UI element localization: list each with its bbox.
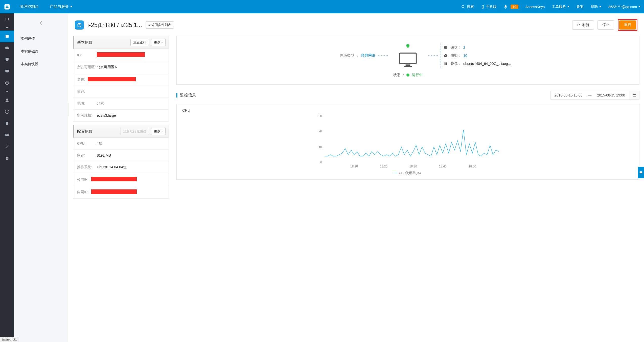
range-to: 2015-08-15 19:00 — [593, 91, 629, 100]
rail-monitor[interactable] — [0, 65, 14, 77]
svg-text:0: 0 — [320, 161, 322, 164]
basic-row-name: 名称 — [73, 73, 169, 86]
restart-button[interactable]: 重启 — [619, 20, 636, 30]
config-row-mem: 内存8192 MB — [73, 150, 169, 161]
page-head: i-25j1hf2kf / iZ25j1... 返回实例列表 刷新 停止 重启 — [73, 13, 639, 36]
svg-rect-2 — [6, 7, 9, 8]
top-bar: 管理控制台 产品与服务 搜索 手机版 19 AccessKeys 工单服务 备案… — [0, 0, 644, 13]
svg-rect-12 — [5, 70, 9, 72]
rail-caret-1[interactable] — [0, 25, 14, 31]
basic-row-zone: 所在可用区北京可用区A — [73, 61, 169, 73]
products-dropdown[interactable]: 产品与服务 — [44, 0, 78, 13]
net-type-value[interactable]: 经典网络 — [361, 53, 375, 58]
svg-line-4 — [464, 7, 465, 8]
svg-rect-35 — [446, 62, 447, 65]
user-dropdown[interactable]: 8633****@qq.com — [605, 0, 644, 13]
redacted-name — [88, 77, 136, 81]
up-arrow-icon — [148, 25, 150, 26]
disk-count-link[interactable]: 2 — [463, 45, 465, 50]
overview-card: 网络类型: 经典网络 — [176, 36, 639, 85]
status-dot-icon — [406, 74, 409, 77]
config-info-panel: 配置信息 重新初始化磁盘 更多 CPU4核 内存8192 MB 操作系统Ubun… — [73, 125, 169, 199]
sidenav-instance-disks[interactable]: 本实例磁盘 — [14, 45, 68, 58]
rail-ecs[interactable] — [0, 31, 14, 42]
feedback-tab[interactable] — [638, 167, 644, 178]
svg-rect-39 — [635, 93, 635, 94]
refresh-icon — [577, 23, 581, 27]
image-value: ubuntu1404_64_20G_aliaeg... — [463, 62, 511, 66]
svg-rect-9 — [7, 18, 7, 20]
refresh-button[interactable]: 刷新 — [572, 20, 594, 30]
svg-rect-38 — [633, 93, 634, 94]
rail-cloud[interactable] — [0, 42, 14, 54]
rail-billing[interactable]: ¥ — [0, 106, 14, 117]
accesskeys-link[interactable]: AccessKeys — [522, 0, 548, 13]
brand-logo[interactable] — [0, 0, 14, 13]
notifications-button[interactable]: 19 — [500, 0, 522, 13]
rail-shield[interactable] — [0, 54, 14, 65]
search-button[interactable]: 搜索 — [458, 0, 477, 13]
console-link[interactable]: 管理控制台 — [14, 0, 44, 13]
basic-info-title: 基本信息 — [77, 40, 92, 45]
main-area: DNS ¥ 备 实例详情 本实例磁盘 本实例快照 i-25j1hf2kf / i… — [0, 13, 644, 342]
rail-backup[interactable]: 备 — [0, 152, 14, 164]
overview-disk-row: 磁盘 2 — [444, 45, 512, 50]
svg-rect-27 — [406, 64, 410, 66]
page-title: i-25j1hf2kf / iZ25j1... — [87, 21, 142, 29]
svg-text:30: 30 — [319, 114, 322, 118]
basic-more-dropdown[interactable]: 更多 — [151, 39, 166, 46]
rail-user[interactable] — [0, 94, 14, 106]
cpu-chart-card: CPU 010203018:1018:2018:3018:4018:50CPU使… — [176, 104, 639, 180]
svg-text:18:10: 18:10 — [350, 165, 358, 168]
calendar-icon[interactable] — [629, 91, 639, 100]
net-type-label: 网络类型 — [340, 53, 354, 58]
svg-text:18:20: 18:20 — [380, 165, 387, 168]
svg-text:18:30: 18:30 — [409, 165, 417, 168]
sidenav-instance-detail[interactable]: 实例详情 — [14, 33, 68, 45]
basic-row-id: ID — [73, 49, 169, 61]
rail-caret-2[interactable] — [0, 89, 14, 94]
reset-password-button[interactable]: 重置密码 — [130, 39, 149, 46]
snapshot-count-link[interactable]: 10 — [463, 54, 467, 58]
svg-text:备: 备 — [6, 157, 8, 159]
back-to-list-button[interactable]: 返回实例列表 — [146, 21, 174, 29]
service-rail: DNS ¥ 备 — [0, 13, 14, 342]
back-button[interactable] — [14, 13, 68, 33]
svg-text:¥: ¥ — [6, 111, 8, 113]
bell-icon — [504, 5, 508, 9]
rail-dns[interactable]: DNS — [0, 77, 14, 89]
date-range-picker[interactable]: 2015-08-15 18:00 — 2015-08-15 19:00 — [550, 91, 639, 100]
rail-edit[interactable] — [0, 141, 14, 152]
rail-menu-toggle[interactable] — [0, 13, 14, 25]
config-row-pubip: 公网IP — [73, 173, 169, 186]
overview-image-row: 镜像 ubuntu1404_64_20G_aliaeg... — [444, 61, 512, 66]
help-dropdown[interactable]: 帮助 — [587, 0, 605, 13]
disk-icon — [444, 45, 448, 50]
shield-icon — [406, 44, 410, 49]
stop-button[interactable]: 停止 — [597, 20, 614, 30]
side-nav: 实例详情 本实例磁盘 本实例快照 — [14, 13, 68, 342]
svg-text:CPU使用率(%): CPU使用率(%) — [399, 171, 421, 175]
mobile-link[interactable]: 手机版 — [477, 0, 500, 13]
collapse-sidenav-handle[interactable] — [68, 103, 69, 116]
rail-resource[interactable] — [0, 117, 14, 129]
snapshot-icon — [444, 54, 448, 58]
sidenav-instance-snapshots[interactable]: 本实例快照 — [14, 58, 68, 70]
beian-link[interactable]: 备案 — [573, 0, 587, 13]
image-icon — [444, 62, 448, 66]
svg-text:DNS: DNS — [6, 82, 9, 84]
caret-down-icon — [161, 42, 163, 43]
reinit-disk-button: 重新初始化磁盘 — [121, 128, 149, 135]
config-more-dropdown[interactable]: 更多 — [151, 128, 166, 135]
svg-point-32 — [445, 55, 446, 56]
rail-message[interactable] — [0, 129, 14, 141]
svg-text:18:50: 18:50 — [469, 165, 476, 168]
svg-rect-11 — [6, 35, 9, 38]
chevron-left-icon — [39, 20, 44, 26]
svg-text:20: 20 — [319, 130, 322, 133]
svg-rect-8 — [6, 18, 6, 20]
monitor-title: 监控信息 — [180, 93, 548, 98]
basic-row-region: 地域北京 — [73, 98, 169, 110]
basic-info-panel: 基本信息 重置密码 更多 ID 所在可用区北京可用区A 名称 描述 地域北京 实… — [73, 36, 169, 121]
ticket-dropdown[interactable]: 工单服务 — [548, 0, 573, 13]
